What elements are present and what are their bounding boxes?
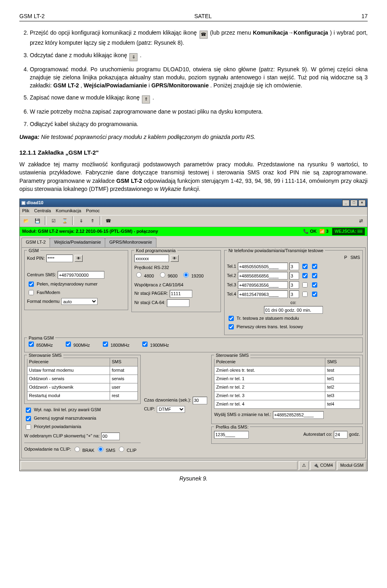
radio-19200[interactable]: 19200 (181, 271, 204, 280)
chk-1900[interactable]: 1900MHz (141, 340, 169, 349)
chk-fax-label: Fax/Modem (37, 290, 60, 296)
tel-label: Tel.1 (227, 263, 236, 270)
list-item-3: Odczytać dane z modułu klikając ikonę ⇓ … (30, 51, 368, 61)
clip-select[interactable]: DTMF (157, 406, 185, 413)
pin-reveal-button[interactable]: 👁 (75, 255, 83, 262)
prefiks-input[interactable] (214, 431, 249, 439)
centrum-sms-input[interactable] (58, 271, 104, 279)
chk-1800[interactable]: 1800MHz (101, 340, 129, 349)
radio-9600[interactable]: 9600 (158, 271, 178, 280)
tel-count-1[interactable] (289, 263, 299, 270)
tab-gsm-lt2[interactable]: GSM LT-2 (21, 238, 50, 247)
menu-pomoc[interactable]: Pomoc (86, 208, 100, 214)
read-icon: ⇓ (129, 53, 137, 61)
table-row[interactable]: Ustaw format modemu (27, 366, 110, 375)
chk-850[interactable]: 850MHz (27, 340, 53, 349)
list-item-2: Przejść do opcji konfiguracji komunikacj… (30, 29, 368, 47)
tab-panel: GSM Kod PIN: 👁 Centrum SMS: Pełen, międz… (21, 247, 366, 458)
tab-wejscia[interactable]: Wejścia/Powiadamianie (50, 238, 105, 247)
table-row[interactable]: Zmień nr tel. 4 (214, 400, 325, 408)
chk-priorytet-label: Priorytet powiadamiania (34, 424, 81, 430)
tel-count-3[interactable] (289, 281, 299, 289)
odp-clip-label: Odpowiadanie na CLIP: (24, 446, 71, 453)
radio-brak[interactable]: BRAK (73, 445, 94, 454)
italic-inline: Wykazie funkcji (160, 186, 199, 192)
chk-priorytet[interactable] (26, 424, 31, 430)
chk-pierwszy[interactable] (229, 324, 234, 329)
menu-plik[interactable]: Plik (22, 208, 29, 214)
table-row[interactable]: tel3 (325, 391, 360, 400)
tel-p-3[interactable] (302, 282, 308, 288)
radio-clip[interactable]: CLIP (117, 445, 137, 454)
chk-pelen[interactable] (29, 282, 34, 287)
kod-prog-input[interactable] (134, 255, 169, 262)
modem-icon: ☎ (200, 31, 208, 39)
maximize-button[interactable]: □ (350, 200, 358, 206)
table-row[interactable]: tel4 (325, 400, 360, 408)
chk-wyl-label: Wył. nap. linii tel. przy awarii GSM (34, 407, 101, 413)
table-row[interactable]: Zmień nr tel. 2 (214, 383, 325, 391)
header-left: GSM LT-2 (19, 12, 45, 20)
chk-wyl[interactable] (26, 408, 31, 413)
table-row[interactable]: Oddzwoń - serwis (27, 375, 110, 383)
czas-dzw-input[interactable] (193, 397, 207, 404)
tb-modem-icon[interactable]: ☎ (104, 216, 113, 226)
table-row[interactable]: Zmień okres tr. test. (214, 366, 325, 375)
table-row[interactable]: Oddzwoń - użytkownik (27, 383, 110, 391)
tel-count-4[interactable] (289, 290, 299, 298)
kod-prog-reveal-button[interactable]: 👁 (171, 255, 179, 262)
tb-save-icon[interactable]: 💾 (33, 216, 42, 226)
table-row[interactable]: Restartuj moduł (27, 391, 110, 400)
pager-input[interactable] (170, 290, 192, 298)
table-row[interactable]: test (325, 366, 360, 375)
radio-4800[interactable]: 4800 (134, 271, 154, 280)
tel-input-1[interactable] (238, 263, 288, 270)
tel-sms-3[interactable] (312, 282, 317, 288)
tel-p-2[interactable] (302, 273, 308, 278)
tb-write-icon[interactable]: ⇑ (87, 216, 97, 226)
table-row[interactable]: Zmień nr tel. 1 (214, 375, 325, 383)
wyslij-sms-input[interactable] (273, 411, 324, 419)
tb-read-icon[interactable]: ⇓ (76, 216, 86, 226)
co-input[interactable] (264, 306, 323, 314)
minimize-button[interactable]: _ (342, 200, 350, 206)
clip-konw-input[interactable] (101, 433, 120, 440)
radio-sms[interactable]: SMS (96, 445, 115, 454)
tb-checks-icon[interactable]: ☑ (49, 216, 58, 226)
tab-name: GPRS/Monitorowanie (151, 82, 208, 89)
clip-label: CLIP: (144, 406, 155, 412)
menu-komunikacja[interactable]: Komunikacja (56, 208, 81, 214)
kod-pin-input[interactable] (46, 255, 73, 262)
chk-generuj[interactable] (26, 416, 31, 421)
tb-connect-icon[interactable]: ⇄ (356, 216, 366, 226)
table-row[interactable]: tel1 (325, 375, 360, 383)
table-row[interactable]: user (110, 383, 138, 391)
ca64-input[interactable] (167, 299, 189, 307)
sb-empty (21, 461, 298, 470)
tel-p-1[interactable] (302, 264, 308, 269)
tel-p-4[interactable] (302, 292, 308, 297)
menu-centrala[interactable]: Centrala (34, 208, 51, 214)
table-row[interactable]: tel2 (325, 383, 360, 391)
tab-gprs[interactable]: GPRS/Monitorowanie (105, 238, 156, 247)
tel-count-2[interactable] (289, 272, 299, 280)
tel-sms-4[interactable] (312, 292, 317, 297)
tel-sms-2[interactable] (312, 273, 317, 278)
tel-input-4[interactable] (238, 290, 288, 298)
table-row[interactable]: Zmień nr tel. 3 (214, 391, 325, 400)
tel-sms-1[interactable] (312, 264, 317, 269)
tb-open-icon[interactable]: 📂 (21, 216, 31, 226)
autorestart-input[interactable] (334, 431, 347, 439)
tel-input-2[interactable] (238, 272, 288, 280)
table-ster-2: PolecenieSMS Zmień okres tr. test.testZm… (214, 358, 360, 409)
chk-fax[interactable] (29, 290, 34, 295)
chk-tr-test[interactable] (229, 316, 234, 321)
tel-input-3[interactable] (238, 281, 288, 289)
close-button[interactable]: × (358, 200, 366, 206)
tb-event-icon[interactable]: ⌛ (60, 216, 70, 226)
table-row[interactable]: rest (110, 391, 138, 400)
table-row[interactable]: format (110, 366, 138, 375)
table-row[interactable]: serwis (110, 375, 138, 383)
chk-900[interactable]: 900MHz (64, 340, 90, 349)
format-modemu-select[interactable]: auto (61, 298, 98, 305)
